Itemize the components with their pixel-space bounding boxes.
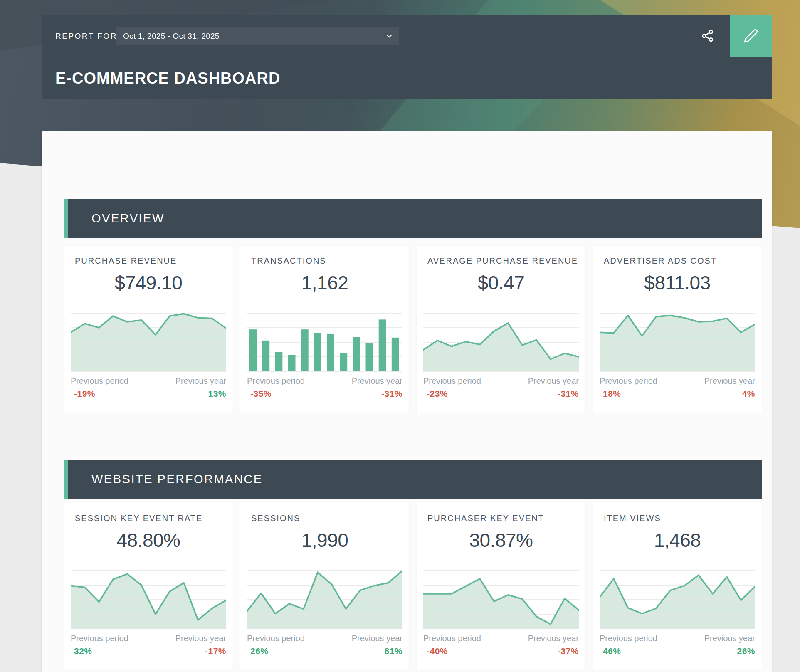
previous-period-value: 46% bbox=[600, 646, 621, 656]
date-range-dropdown[interactable]: Oct 1, 2025 - Oct 31, 2025 bbox=[116, 27, 399, 45]
comparison-footer: Previous period Previous year -40% -37% bbox=[423, 634, 579, 656]
previous-period-value: 26% bbox=[247, 646, 269, 656]
report-header: REPORT FOR Oct 1, 2025 - Oct 31, 2025 bbox=[42, 15, 772, 99]
sparkline-area-chart bbox=[423, 311, 579, 372]
header-title-bar: E-COMMERCE DASHBOARD bbox=[42, 57, 772, 99]
previous-period-label: Previous period bbox=[423, 634, 481, 643]
page-title: E-COMMERCE DASHBOARD bbox=[42, 69, 280, 87]
previous-year-label: Previous year bbox=[175, 634, 226, 643]
previous-year-value: 13% bbox=[208, 389, 226, 399]
metric-title: ITEM VIEWS bbox=[604, 514, 661, 523]
metric-value: $749.10 bbox=[64, 272, 233, 294]
previous-period-value: 18% bbox=[600, 389, 621, 399]
comparison-footer: Previous period Previous year 26% 81% bbox=[247, 634, 402, 656]
previous-year-label: Previous year bbox=[175, 376, 226, 386]
metric-title: TRANSACTIONS bbox=[251, 256, 326, 266]
sparkline-area-chart bbox=[600, 569, 755, 629]
sparkline-area-chart bbox=[423, 569, 579, 629]
sparkline-bar-chart bbox=[247, 311, 402, 372]
previous-year-value: 81% bbox=[384, 646, 402, 656]
metric-card-advertiser-ads-cost: ADVERTISER ADS COST $811.03 Previous per… bbox=[593, 246, 762, 413]
previous-year-label: Previous year bbox=[704, 376, 755, 386]
previous-period-label: Previous period bbox=[600, 376, 657, 386]
metric-value: 1,468 bbox=[593, 529, 762, 551]
previous-period-value: -40% bbox=[423, 646, 448, 656]
metric-title: SESSIONS bbox=[251, 514, 300, 523]
header-toolbar: REPORT FOR Oct 1, 2025 - Oct 31, 2025 bbox=[42, 15, 772, 57]
metric-card-average-purchase-revenue: AVERAGE PURCHASE REVENUE $0.47 Previous … bbox=[417, 246, 585, 413]
metric-title: AVERAGE PURCHASE REVENUE bbox=[427, 256, 578, 266]
share-icon bbox=[701, 29, 715, 44]
metric-card-purchase-revenue: PURCHASE REVENUE $749.10 Previous period… bbox=[64, 246, 233, 413]
website-performance-cards-row: SESSION KEY EVENT RATE 48.80% Previous p… bbox=[64, 503, 762, 670]
previous-year-label: Previous year bbox=[352, 376, 402, 386]
comparison-footer: Previous period Previous year 32% -17% bbox=[71, 634, 226, 656]
sparkline-area-chart bbox=[71, 311, 226, 372]
previous-year-label: Previous year bbox=[528, 376, 579, 386]
metric-value: 1,990 bbox=[240, 529, 409, 551]
previous-period-label: Previous period bbox=[71, 634, 128, 643]
previous-period-value: -35% bbox=[247, 389, 272, 399]
sparkline-area-chart bbox=[600, 311, 755, 372]
previous-period-label: Previous period bbox=[423, 376, 481, 386]
dashboard-page: REPORT FOR Oct 1, 2025 - Oct 31, 2025 bbox=[0, 0, 800, 672]
chevron-down-icon bbox=[385, 32, 393, 42]
previous-year-label: Previous year bbox=[352, 634, 402, 643]
previous-year-value: -31% bbox=[558, 389, 579, 399]
previous-period-value: 32% bbox=[71, 646, 92, 656]
section-title: WEBSITE PERFORMANCE bbox=[91, 460, 263, 499]
previous-period-label: Previous period bbox=[71, 376, 128, 386]
previous-year-label: Previous year bbox=[704, 634, 755, 643]
metric-card-session-key-event-rate: SESSION KEY EVENT RATE 48.80% Previous p… bbox=[64, 503, 233, 670]
edit-button[interactable] bbox=[730, 15, 772, 57]
pencil-icon bbox=[743, 28, 758, 44]
date-range-value: Oct 1, 2025 - Oct 31, 2025 bbox=[116, 32, 220, 41]
report-for-label: REPORT FOR bbox=[55, 15, 117, 57]
metric-value: 1,162 bbox=[240, 272, 409, 294]
metric-title: PURCHASE REVENUE bbox=[75, 256, 177, 266]
metric-value: $0.47 bbox=[417, 272, 585, 294]
sparkline-area-chart bbox=[71, 569, 226, 629]
comparison-footer: Previous period Previous year -19% 13% bbox=[71, 376, 226, 399]
metric-card-transactions: TRANSACTIONS 1,162 Previous period Previ… bbox=[240, 246, 409, 413]
comparison-footer: Previous period Previous year -23% -31% bbox=[423, 376, 579, 399]
metric-value: 48.80% bbox=[64, 529, 233, 551]
metric-card-item-views: ITEM VIEWS 1,468 Previous period Previou… bbox=[593, 503, 762, 670]
comparison-footer: Previous period Previous year -35% -31% bbox=[247, 376, 402, 399]
previous-year-label: Previous year bbox=[528, 634, 579, 643]
previous-period-value: -19% bbox=[71, 389, 95, 399]
metric-value: $811.03 bbox=[593, 272, 762, 294]
previous-year-value: -31% bbox=[381, 389, 402, 399]
metric-title: PURCHASER KEY EVENT bbox=[427, 514, 544, 523]
metric-title: SESSION KEY EVENT RATE bbox=[75, 514, 202, 523]
share-button[interactable] bbox=[690, 15, 725, 57]
section-header-overview: OVERVIEW bbox=[64, 199, 762, 238]
metric-card-purchaser-key-event: PURCHASER KEY EVENT 30.87% Previous peri… bbox=[417, 503, 585, 670]
comparison-footer: Previous period Previous year 46% 26% bbox=[600, 634, 755, 656]
sparkline-area-chart bbox=[247, 569, 402, 629]
previous-period-label: Previous period bbox=[247, 634, 305, 643]
previous-period-label: Previous period bbox=[247, 376, 305, 386]
overview-cards-row: PURCHASE REVENUE $749.10 Previous period… bbox=[64, 246, 762, 413]
comparison-footer: Previous period Previous year 18% 4% bbox=[600, 376, 755, 399]
metric-value: 30.87% bbox=[417, 529, 585, 551]
metric-card-sessions: SESSIONS 1,990 Previous period Previous … bbox=[240, 503, 409, 670]
previous-period-value: -23% bbox=[423, 389, 448, 399]
previous-year-value: -17% bbox=[205, 646, 226, 656]
metric-title: ADVERTISER ADS COST bbox=[604, 256, 717, 266]
previous-year-value: -37% bbox=[558, 646, 579, 656]
main-panel: OVERVIEW PURCHASE REVENUE $749.10 Previo… bbox=[42, 131, 772, 672]
section-title: OVERVIEW bbox=[91, 199, 165, 238]
previous-period-label: Previous period bbox=[600, 634, 657, 643]
previous-year-value: 26% bbox=[737, 646, 755, 656]
previous-year-value: 4% bbox=[742, 389, 755, 399]
section-header-website-performance: WEBSITE PERFORMANCE bbox=[64, 460, 762, 499]
